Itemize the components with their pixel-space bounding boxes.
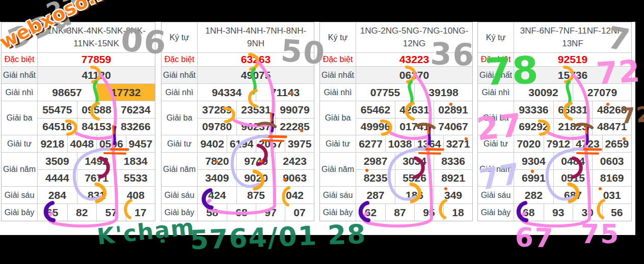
prize-label: Giải nhì xyxy=(2,84,38,101)
prize-row: Giải sáu284831408 xyxy=(2,187,155,204)
prize-value: 6194 xyxy=(227,135,256,152)
prize-value: 18 xyxy=(443,204,472,221)
prize-value: 4048 xyxy=(67,135,97,152)
prize-value: 66831 xyxy=(553,101,593,118)
prize-value: 71143 xyxy=(256,84,314,101)
prize-value: 39198 xyxy=(414,84,472,101)
prize-label: Giải nhì xyxy=(162,84,198,101)
prize-value: 0603 xyxy=(592,153,631,169)
prize-value: 6277 xyxy=(356,135,385,152)
prize-row: Giải nhất49075 xyxy=(162,67,314,84)
prize-value: 07 xyxy=(285,204,314,221)
prize-value: 8921 xyxy=(434,169,472,186)
handwriting-note: 72 xyxy=(620,102,644,129)
prize-value: 042 xyxy=(275,187,314,203)
prize-row: Giải ba554750958876234645168415383266 xyxy=(2,101,155,135)
prize-cells: 41120 xyxy=(38,67,155,83)
prize-value: 3975 xyxy=(285,135,314,152)
handwriting-note: 5764/01 28 xyxy=(190,219,367,255)
prize-value: 97 xyxy=(256,204,285,221)
prize-label: Giải năm xyxy=(162,153,198,186)
prize-value: 0515 xyxy=(553,169,593,186)
prize-label: Giải ba xyxy=(162,101,198,135)
prize-row: Giải nhất41120 xyxy=(2,67,155,84)
prize-value: 0484 xyxy=(553,153,593,169)
prize-row: Giải nhì9433471143 xyxy=(162,84,314,101)
prize-value: 82 xyxy=(67,204,97,221)
handwriting-note: 06 xyxy=(120,21,168,62)
prize-cells: 554750958876234645168415383266 xyxy=(38,101,155,135)
prize-value: 76234 xyxy=(116,101,155,118)
prize-label: Giải sáu xyxy=(2,187,38,203)
prize-value: 3271 xyxy=(443,135,472,152)
prize-value: 65 xyxy=(38,204,67,221)
prize-row: Giải năm350914921834444476715533 xyxy=(2,153,155,187)
prize-value: 7820 xyxy=(198,153,236,169)
prize-value: 9457 xyxy=(126,135,155,152)
prize-value: 7912 xyxy=(544,135,573,152)
prize-value: 349 xyxy=(434,187,472,203)
prize-value: 23531 xyxy=(236,101,275,118)
prize-value: 58 xyxy=(198,204,227,221)
prize-label: Giải ba xyxy=(2,101,38,135)
prize-value: 9749 xyxy=(236,153,275,169)
prize-cells: 930404840603699105158169 xyxy=(514,153,631,186)
prize-value: 0506 xyxy=(96,135,126,152)
prize-label: Giải bảy xyxy=(320,204,356,221)
prize-value: 41120 xyxy=(38,67,155,83)
prize-label: Giải năm xyxy=(320,153,356,186)
prize-cells: 287186349 xyxy=(356,187,472,203)
prize-row: Giải nhì0775539198 xyxy=(320,84,472,101)
prize-value: 68 xyxy=(227,204,256,221)
prize-label: Giải nhất xyxy=(162,67,198,83)
prize-label: Giải tư xyxy=(2,135,38,152)
prize-value: 2423 xyxy=(275,153,314,169)
handwriting-note: 72 xyxy=(595,53,642,92)
prize-cells: 9218404805069457 xyxy=(38,135,155,152)
prize-cells: 9402619420573975 xyxy=(198,135,314,152)
prize-row: Giải năm298730348336823555268921 xyxy=(320,153,472,187)
prize-value: 424 xyxy=(198,187,236,203)
prize-label: Giải sáu xyxy=(320,187,356,203)
prize-row: Giải sáu424875042 xyxy=(162,187,314,204)
prize-value: 07755 xyxy=(356,84,414,101)
prize-row: Giải năm782097492423340990209063 xyxy=(162,153,314,187)
prize-value: 22285 xyxy=(275,118,314,135)
prize-value: 21823 xyxy=(553,118,593,135)
handwriting-note: 50 xyxy=(280,33,327,71)
handwriting-note: 67 xyxy=(515,222,554,254)
prize-row: Giải ba372892353199079097809623722285 xyxy=(162,101,314,135)
prize-value: 68 xyxy=(514,204,544,221)
prize-value: 3509 xyxy=(38,153,77,169)
prize-value: 4723 xyxy=(573,135,602,152)
prize-value: 5533 xyxy=(116,169,155,186)
prize-value: 408 xyxy=(116,187,155,203)
prize-value: 3409 xyxy=(198,169,236,186)
prize-value: 83266 xyxy=(116,118,155,135)
prize-cells: 350914921834444476715533 xyxy=(38,153,155,186)
prize-label: Đặc biệt xyxy=(2,53,38,66)
prize-label: Giải bảy xyxy=(478,204,514,221)
prize-value: 287 xyxy=(356,187,395,203)
prize-cells: 284831408 xyxy=(38,187,155,203)
prize-value: 09780 xyxy=(198,118,236,135)
prize-label: Đặc biệt xyxy=(320,53,356,66)
prize-value: 875 xyxy=(236,187,275,203)
page: Ký tự1NK-3NK-4NK-5NK-8NK-11NK-15NKĐặc bi… xyxy=(0,0,644,264)
prize-value: 8235 xyxy=(356,169,395,186)
prize-cells: 7020791247232659 xyxy=(514,135,631,152)
prize-value: 9063 xyxy=(275,169,314,186)
prize-value: 49075 xyxy=(198,67,314,83)
prize-value: 02891 xyxy=(434,101,472,118)
right-black-bar xyxy=(635,0,644,264)
prize-value: 99079 xyxy=(275,101,314,118)
prize-cells: 282687031 xyxy=(514,187,631,203)
highlighted-prize-value: 17732 xyxy=(96,84,155,101)
prize-value: 96237 xyxy=(236,118,275,135)
prize-value: 65462 xyxy=(356,101,395,118)
prize-value: 284 xyxy=(38,187,77,203)
prize-value: 64516 xyxy=(38,118,77,135)
prize-value: 57 xyxy=(96,204,126,221)
prize-value: 55475 xyxy=(38,101,77,118)
prize-value: 93 xyxy=(544,204,573,221)
